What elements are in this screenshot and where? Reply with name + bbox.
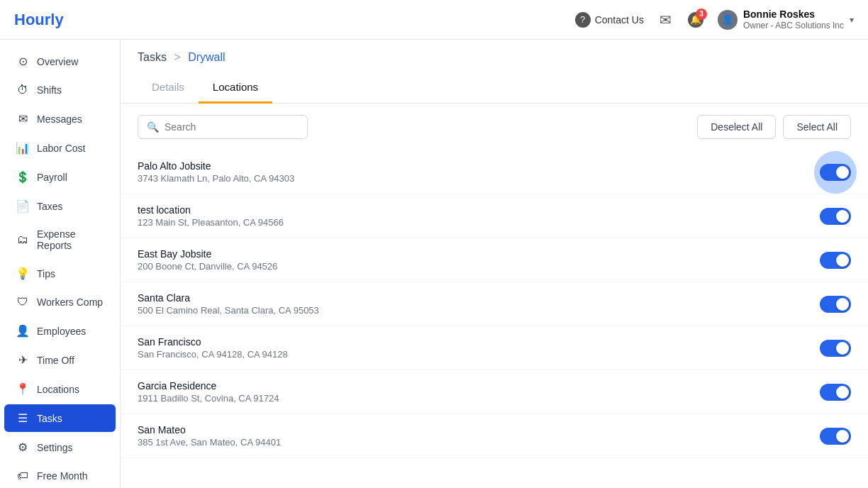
tabs: Details Locations bbox=[121, 72, 868, 104]
app-body: ⊙ Overview ⏱ Shifts ✉ Messages 📊 Labor C… bbox=[0, 40, 868, 488]
header: Hourly ? Contact Us ✉ 🔔 3 👤 Bonnie Roske… bbox=[0, 0, 868, 40]
sidebar-item-expense-reports[interactable]: 🗂 Expense Reports bbox=[4, 221, 116, 258]
select-all-button[interactable]: Select All bbox=[783, 115, 851, 139]
user-role: Owner - ABC Solutions Inc bbox=[743, 21, 844, 32]
messages-icon: ✉ bbox=[16, 112, 30, 126]
sidebar-item-locations[interactable]: 📍 Locations bbox=[4, 375, 116, 403]
location-name: test location bbox=[138, 204, 284, 216]
list-item: San Mateo385 1st Ave, San Mateo, CA 9440… bbox=[121, 414, 868, 458]
list-item: San FranciscoSan Francisco, CA 94128, CA… bbox=[121, 326, 868, 370]
sidebar: ⊙ Overview ⏱ Shifts ✉ Messages 📊 Labor C… bbox=[0, 40, 121, 488]
location-name: Garcia Residence bbox=[138, 380, 279, 392]
location-toggle[interactable] bbox=[820, 164, 851, 181]
location-toggle[interactable] bbox=[820, 296, 851, 313]
tasks-icon: ☰ bbox=[16, 411, 30, 425]
breadcrumb-current: Drywall bbox=[188, 51, 225, 63]
free-month-icon: 🏷 bbox=[16, 470, 30, 482]
sidebar-item-label: Payroll bbox=[37, 172, 67, 183]
list-item: Garcia Residence1911 Badillo St, Covina,… bbox=[121, 370, 868, 414]
sidebar-item-label: Locations bbox=[37, 384, 79, 395]
sidebar-item-workers-comp[interactable]: 🛡 Workers Comp bbox=[4, 289, 116, 316]
notifications-icon[interactable]: 🔔 3 bbox=[688, 12, 703, 28]
sidebar-item-tasks[interactable]: ☰ Tasks bbox=[4, 404, 116, 432]
location-address: 385 1st Ave, San Mateo, CA 94401 bbox=[138, 437, 281, 448]
content-area: 🔍 Deselect All Select All Palo Alto Jobs… bbox=[121, 104, 868, 488]
location-name: Santa Clara bbox=[138, 292, 319, 304]
location-address: 3743 Klamath Ln, Palo Alto, CA 94303 bbox=[138, 173, 294, 184]
sidebar-item-free-month[interactable]: 🏷 Free Month bbox=[4, 462, 116, 488]
sidebar-item-payroll[interactable]: 💲 Payroll bbox=[4, 163, 116, 191]
location-toggle[interactable] bbox=[820, 428, 851, 445]
sidebar-item-settings[interactable]: ⚙ Settings bbox=[4, 433, 116, 461]
sidebar-item-shifts[interactable]: ⏱ Shifts bbox=[4, 77, 116, 104]
sidebar-item-labor-cost[interactable]: 📊 Labor Cost bbox=[4, 134, 116, 162]
sidebar-item-label: Shifts bbox=[37, 84, 62, 96]
list-item: Santa Clara500 El Camino Real, Santa Cla… bbox=[121, 282, 868, 326]
search-icon: 🔍 bbox=[147, 121, 159, 133]
sidebar-item-employees[interactable]: 👤 Employees bbox=[4, 317, 116, 345]
user-menu[interactable]: 👤 Bonnie Roskes Owner - ABC Solutions In… bbox=[718, 8, 854, 32]
sidebar-item-label: Tasks bbox=[37, 413, 62, 424]
location-name: San Mateo bbox=[138, 424, 281, 436]
list-item: Palo Alto Jobsite3743 Klamath Ln, Palo A… bbox=[121, 150, 868, 194]
sidebar-item-tips[interactable]: 💡 Tips bbox=[4, 260, 116, 287]
help-icon: ? bbox=[575, 12, 591, 28]
tab-locations[interactable]: Locations bbox=[199, 72, 272, 104]
breadcrumb-parent[interactable]: Tasks bbox=[138, 51, 167, 63]
toolbar: 🔍 Deselect All Select All bbox=[121, 104, 868, 150]
location-toggle[interactable] bbox=[820, 252, 851, 269]
messages-icon[interactable]: ✉ bbox=[658, 12, 674, 28]
sidebar-item-label: Workers Comp bbox=[37, 296, 103, 308]
list-item: East Bay Jobsite200 Boone Ct, Danville, … bbox=[121, 238, 868, 282]
avatar: 👤 bbox=[718, 10, 738, 30]
tab-details[interactable]: Details bbox=[138, 72, 199, 104]
search-box[interactable]: 🔍 bbox=[138, 115, 308, 139]
notifications-badge: 3 bbox=[696, 9, 707, 20]
sidebar-item-label: Time Off bbox=[37, 355, 74, 366]
location-name: East Bay Jobsite bbox=[138, 248, 277, 260]
locations-icon: 📍 bbox=[16, 382, 30, 396]
breadcrumb: Tasks > Drywall bbox=[121, 40, 868, 64]
workers-comp-icon: 🛡 bbox=[16, 296, 30, 309]
list-item: test location123 Main St, Pleasanton, CA… bbox=[121, 194, 868, 238]
search-input[interactable] bbox=[165, 121, 299, 133]
deselect-all-button[interactable]: Deselect All bbox=[697, 115, 776, 139]
sidebar-item-label: Settings bbox=[37, 442, 73, 453]
sidebar-item-time-off[interactable]: ✈ Time Off bbox=[4, 346, 116, 374]
employees-icon: 👤 bbox=[16, 324, 30, 338]
labor-cost-icon: 📊 bbox=[16, 141, 30, 155]
user-details: Bonnie Roskes Owner - ABC Solutions Inc bbox=[743, 8, 844, 32]
sidebar-item-label: Tips bbox=[37, 268, 55, 279]
payroll-icon: 💲 bbox=[16, 170, 30, 184]
sidebar-item-label: Overview bbox=[37, 56, 78, 67]
expense-reports-icon: 🗂 bbox=[16, 233, 30, 246]
sidebar-item-overview[interactable]: ⊙ Overview bbox=[4, 48, 116, 75]
location-name: Palo Alto Jobsite bbox=[138, 160, 294, 172]
sidebar-item-label: Labor Cost bbox=[37, 143, 85, 154]
location-address: 200 Boone Ct, Danville, CA 94526 bbox=[138, 261, 277, 272]
sidebar-item-label: Free Month bbox=[37, 470, 88, 482]
location-toggle[interactable] bbox=[820, 208, 851, 225]
sidebar-item-label: Messages bbox=[37, 113, 82, 125]
sidebar-item-label: Employees bbox=[37, 326, 86, 337]
location-toggle[interactable] bbox=[820, 340, 851, 357]
chevron-down-icon: ▾ bbox=[850, 15, 854, 25]
locations-list: Palo Alto Jobsite3743 Klamath Ln, Palo A… bbox=[121, 150, 868, 488]
settings-icon: ⚙ bbox=[16, 440, 30, 454]
overview-icon: ⊙ bbox=[16, 55, 30, 68]
location-address: 123 Main St, Pleasanton, CA 94566 bbox=[138, 217, 284, 228]
toolbar-buttons: Deselect All Select All bbox=[697, 115, 851, 139]
main-content: Tasks > Drywall Details Locations 🔍 Dese… bbox=[121, 40, 868, 488]
time-off-icon: ✈ bbox=[16, 353, 30, 367]
location-address: San Francisco, CA 94128, CA 94128 bbox=[138, 349, 288, 360]
sidebar-item-label: Taxes bbox=[37, 201, 63, 212]
contact-us-button[interactable]: ? Contact Us bbox=[575, 12, 644, 28]
sidebar-item-taxes[interactable]: 📄 Taxes bbox=[4, 192, 116, 220]
sidebar-item-messages[interactable]: ✉ Messages bbox=[4, 105, 116, 133]
location-toggle[interactable] bbox=[820, 384, 851, 401]
taxes-icon: 📄 bbox=[16, 199, 30, 213]
shifts-icon: ⏱ bbox=[16, 84, 30, 96]
header-right: ? Contact Us ✉ 🔔 3 👤 Bonnie Roskes Owner… bbox=[575, 8, 854, 32]
user-name: Bonnie Roskes bbox=[743, 8, 844, 21]
location-address: 500 El Camino Real, Santa Clara, CA 9505… bbox=[138, 305, 319, 316]
